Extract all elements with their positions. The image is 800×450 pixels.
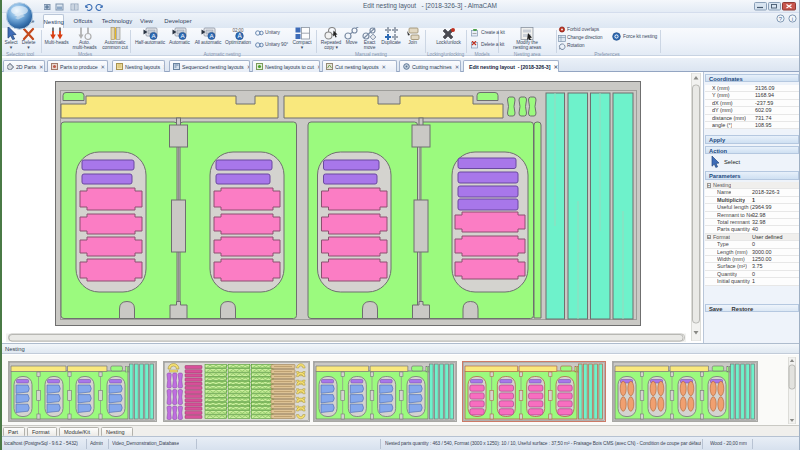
- svg-text:i: i: [792, 16, 793, 22]
